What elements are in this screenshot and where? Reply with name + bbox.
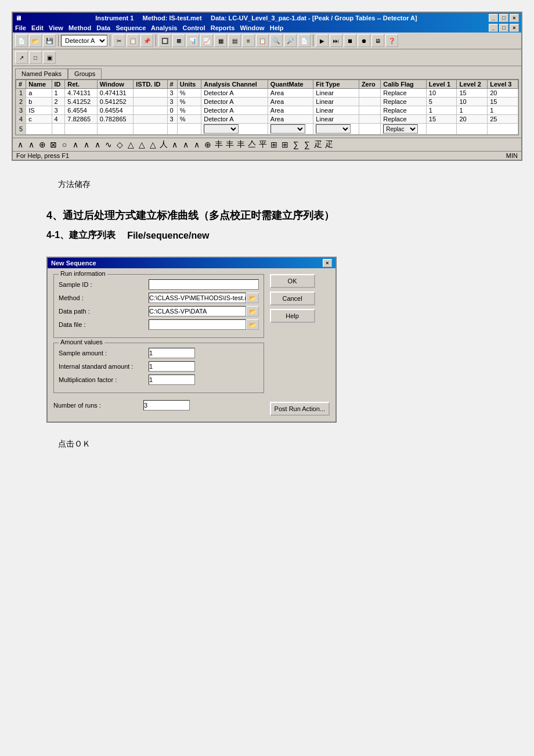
btn-sym-18[interactable]: ⊕ (203, 139, 213, 150)
cell-level2[interactable]: 1 (457, 106, 488, 115)
cell-fit-type[interactable]: Linear (313, 98, 359, 106)
method-browse-button[interactable]: 📂 (246, 293, 259, 303)
cell-level2[interactable]: 15 (457, 89, 488, 98)
internal-std-input[interactable] (149, 361, 195, 372)
cell-calib-flag[interactable]: Replace (381, 115, 427, 124)
cell-zero[interactable] (359, 115, 380, 124)
cell-istd[interactable] (134, 98, 167, 106)
btn-e[interactable]: ▦ (214, 34, 227, 47)
cell-ret[interactable]: 5.41252 (65, 98, 98, 106)
btn-l[interactable]: ▶ (316, 34, 329, 47)
cell-fit-type[interactable] (313, 124, 359, 135)
inner-maximize-button[interactable]: □ (499, 24, 508, 32)
cell-level3[interactable]: 1 (488, 106, 518, 115)
post-run-button[interactable]: Post Run Action... (270, 402, 330, 416)
copy-button[interactable]: 📋 (127, 34, 139, 47)
btn-d[interactable]: 📈 (200, 34, 213, 47)
tab-groups[interactable]: Groups (68, 69, 102, 79)
btn-sym-15[interactable]: ∧ (169, 139, 180, 150)
btn-sym-16[interactable]: ∧ (181, 139, 191, 150)
btn-sym-19[interactable]: 丰 (214, 139, 224, 150)
sample-id-input[interactable] (149, 279, 259, 290)
cell-units[interactable]: % (177, 115, 201, 124)
toolbar2-btn2[interactable]: □ (29, 51, 42, 64)
btn-sym-7[interactable]: ∧ (81, 139, 92, 150)
open-button[interactable]: 📂 (29, 34, 42, 47)
cell-hash[interactable]: 0 (167, 106, 177, 115)
cell-units[interactable]: % (177, 106, 201, 115)
cell-window[interactable]: 0.64554 (97, 106, 133, 115)
btn-i[interactable]: 🔍 (270, 34, 283, 47)
btn-f[interactable]: ▤ (228, 34, 241, 47)
btn-a[interactable]: 🔲 (158, 34, 171, 47)
cell-channel[interactable]: Detector A (201, 106, 268, 115)
cell-window[interactable]: 0.474131 (97, 89, 133, 98)
btn-o[interactable]: ⏺ (358, 34, 370, 47)
mult-factor-input[interactable] (149, 375, 195, 385)
btn-sym-13[interactable]: △ (147, 139, 158, 150)
cell-level3[interactable]: 15 (488, 98, 518, 106)
cell-units[interactable]: % (177, 98, 201, 106)
inner-close-button[interactable]: × (510, 24, 519, 32)
cell-level2[interactable]: 10 (457, 98, 488, 106)
cell-name[interactable]: c (26, 115, 52, 124)
help-button[interactable]: Help (270, 309, 315, 323)
cell-units[interactable] (177, 124, 201, 135)
ok-button[interactable]: OK (270, 274, 315, 288)
cell-level2[interactable] (457, 124, 488, 135)
btn-sym-3[interactable]: ⊕ (37, 139, 48, 150)
cell-hash[interactable]: 3 (167, 115, 177, 124)
cell-fit-type[interactable]: Linear (313, 89, 359, 98)
btn-sym-12[interactable]: △ (136, 139, 147, 150)
fittype-dropdown[interactable] (316, 124, 351, 134)
btn-sym-22[interactable]: 亼 (247, 139, 257, 150)
cell-level1[interactable] (426, 124, 457, 135)
cell-zero[interactable] (359, 106, 380, 115)
cell-calib-flag[interactable]: Replace (381, 106, 427, 115)
btn-sym-21[interactable]: 丰 (236, 139, 246, 150)
cancel-button[interactable]: Cancel (270, 291, 315, 305)
btn-sym-11[interactable]: △ (125, 139, 136, 150)
cell-id[interactable] (52, 124, 65, 135)
btn-sym-17[interactable]: ∧ (192, 139, 202, 150)
cell-zero[interactable] (359, 89, 380, 98)
btn-sym-14[interactable]: 人 (158, 139, 169, 150)
btn-sym-9[interactable]: ∿ (103, 139, 114, 150)
btn-sym-23[interactable]: 平 (258, 139, 268, 150)
btn-h[interactable]: 📋 (256, 34, 269, 47)
cell-quantmate[interactable]: Area (268, 98, 313, 106)
cell-window[interactable] (97, 124, 133, 135)
cell-hash[interactable]: 3 (167, 98, 177, 106)
cell-window[interactable]: 0.541252 (97, 98, 133, 106)
new-button[interactable]: 📄 (15, 34, 28, 47)
num-runs-input[interactable] (143, 400, 190, 411)
btn-g[interactable]: ≡ (242, 34, 255, 47)
cell-id[interactable]: 1 (52, 89, 65, 98)
btn-b[interactable]: 🔳 (172, 34, 185, 47)
minimize-button[interactable]: _ (489, 14, 498, 22)
btn-sym-26[interactable]: ∑ (291, 139, 301, 150)
btn-sym-27[interactable]: ∑ (302, 139, 312, 150)
btn-sym-5[interactable]: ○ (59, 139, 70, 150)
cell-istd[interactable] (134, 115, 167, 124)
cell-level2[interactable]: 20 (457, 115, 488, 124)
quantmate-dropdown[interactable] (270, 124, 305, 134)
btn-sym-25[interactable]: ⊞ (280, 139, 290, 150)
tab-named-peaks[interactable]: Named Peaks (15, 69, 68, 79)
save-button[interactable]: 💾 (43, 34, 56, 47)
cell-zero[interactable] (359, 98, 380, 106)
cell-level1[interactable]: 1 (426, 106, 457, 115)
cell-channel[interactable]: Detector A (201, 115, 268, 124)
cell-ret[interactable]: 6.4554 (65, 106, 98, 115)
btn-sym-8[interactable]: ∧ (92, 139, 103, 150)
btn-sym-28[interactable]: 疋 (313, 139, 323, 150)
cell-istd[interactable] (134, 124, 167, 135)
cell-hash[interactable]: 3 (167, 89, 177, 98)
btn-sym-24[interactable]: ⊞ (269, 139, 279, 150)
btn-sym-29[interactable]: 疋 (324, 139, 334, 150)
close-button[interactable]: × (510, 14, 519, 22)
cell-name[interactable]: IS (26, 106, 52, 115)
cell-id[interactable]: 3 (52, 106, 65, 115)
cell-level1[interactable]: 10 (426, 89, 457, 98)
btn-sym-1[interactable]: ∧ (15, 139, 26, 150)
